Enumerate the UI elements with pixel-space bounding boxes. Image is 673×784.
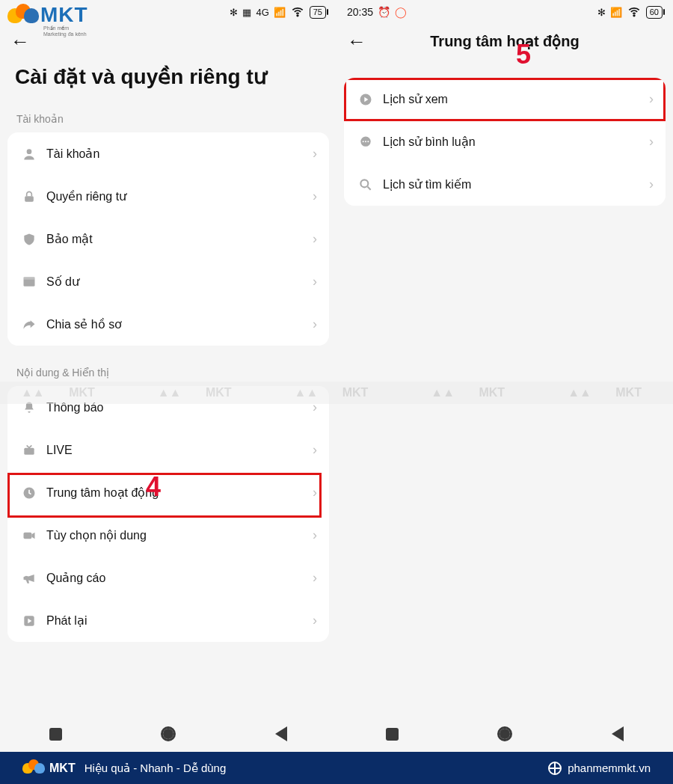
- video-icon: [19, 528, 39, 543]
- lock-icon: [19, 189, 39, 204]
- chevron-right-icon: ›: [313, 274, 317, 290]
- row-label: Trung tâm hoạt động: [39, 486, 313, 500]
- row-label: Tùy chọn nội dung: [39, 528, 313, 542]
- shield-icon: [19, 232, 39, 247]
- row-label: Lịch sử tìm kiếm: [375, 177, 649, 192]
- network-label: 4G: [256, 7, 268, 18]
- content-card: Thông báo › LIVE › Trung tâm hoạt động ›…: [7, 386, 329, 642]
- nav-back[interactable]: [275, 726, 287, 741]
- search-icon: [356, 177, 375, 192]
- bluetooth-icon: ✻: [230, 7, 238, 18]
- phone-right: 20:35 ⏰ ◯ ✻ 📶 60 ← Trung tâm hoạt động 5: [336, 0, 673, 752]
- chevron-right-icon: ›: [313, 613, 317, 628]
- chevron-right-icon: ›: [313, 146, 317, 162]
- chevron-right-icon: ›: [313, 231, 317, 247]
- svg-point-13: [365, 141, 366, 142]
- row-share-profile[interactable]: Chia sẻ hồ sơ ›: [7, 303, 329, 346]
- chevron-right-icon: ›: [313, 570, 317, 586]
- row-label: LIVE: [39, 444, 313, 457]
- row-label: Tài khoản: [39, 147, 313, 161]
- footer-bar: MKT Hiệu quả - Nhanh - Dễ dùng phanmemmk…: [0, 752, 673, 784]
- row-watch-history[interactable]: Lịch sử xem ›: [344, 78, 666, 120]
- signal-icon: 📶: [610, 7, 622, 18]
- annotation-step-5: 5: [516, 39, 531, 70]
- chevron-right-icon: ›: [313, 316, 317, 332]
- row-label: Bảo mật: [39, 232, 313, 246]
- row-live[interactable]: LIVE ›: [7, 429, 329, 471]
- row-label: Quyền riêng tư: [39, 189, 313, 203]
- nav-recent[interactable]: [386, 728, 399, 741]
- svg-point-15: [360, 180, 368, 187]
- signal-icon: 📶: [274, 7, 286, 18]
- row-replay[interactable]: Phát lại ›: [7, 599, 329, 642]
- comment-icon: [356, 135, 375, 150]
- section-header-account: Tài khoản: [0, 102, 336, 132]
- row-security[interactable]: Bảo mật ›: [7, 218, 329, 260]
- phone-left: ✻ ▦ 4G 📶 75 ← Cài đặt và quyền riêng tư …: [0, 0, 336, 752]
- nav-recent[interactable]: [49, 728, 62, 741]
- row-label: Lịch sử xem: [375, 92, 649, 106]
- bluetooth-icon: ✻: [597, 7, 606, 18]
- mkt-logo: MKT Phần mềm Marketing đa kênh: [7, 3, 88, 27]
- svg-point-0: [297, 15, 298, 16]
- clock-time: 20:35: [347, 6, 373, 18]
- row-activity-center[interactable]: Trung tâm hoạt động ›: [7, 471, 329, 514]
- row-label: Lịch sử bình luận: [375, 135, 649, 149]
- megaphone-icon: [19, 571, 39, 586]
- play-icon: [19, 613, 39, 628]
- footer-slogan: Hiệu quả - Nhanh - Dễ dùng: [84, 762, 227, 775]
- svg-rect-5: [24, 447, 34, 454]
- row-balance[interactable]: Số dư ›: [7, 260, 329, 303]
- footer-url: phanmemmkt.vn: [568, 762, 651, 774]
- nav-home[interactable]: [497, 726, 512, 741]
- chevron-right-icon: ›: [649, 91, 654, 107]
- row-label: Phát lại: [39, 613, 313, 628]
- row-account[interactable]: Tài khoản ›: [7, 132, 329, 175]
- row-search-history[interactable]: Lịch sử tìm kiếm ›: [344, 163, 666, 206]
- page-title: Cài đặt và quyền riêng tư: [0, 55, 336, 102]
- row-privacy[interactable]: Quyền riêng tư ›: [7, 175, 329, 218]
- history-card: Lịch sử xem › Lịch sử bình luận › Lịch s…: [344, 78, 666, 206]
- globe-icon: [548, 762, 562, 775]
- svg-point-9: [633, 15, 635, 16]
- svg-rect-4: [24, 277, 35, 279]
- alarm-icon: ⏰: [378, 6, 390, 18]
- wifi-icon: [290, 4, 305, 21]
- back-button[interactable]: ←: [10, 31, 30, 51]
- chevron-right-icon: ›: [649, 134, 654, 150]
- row-comment-history[interactable]: Lịch sử bình luận ›: [344, 120, 666, 163]
- wifi-icon: [627, 4, 642, 21]
- user-icon: [19, 147, 39, 162]
- android-nav-bar: [336, 716, 673, 752]
- share-icon: [19, 317, 39, 332]
- nav-back[interactable]: [612, 726, 624, 741]
- battery-indicator: 60: [646, 6, 663, 19]
- svg-rect-2: [25, 196, 34, 202]
- chevron-right-icon: ›: [313, 485, 317, 500]
- row-label: Chia sẻ hồ sơ: [39, 317, 313, 331]
- play-circle-icon: [356, 92, 375, 107]
- row-content-pref[interactable]: Tùy chọn nội dung ›: [7, 514, 329, 557]
- chevron-right-icon: ›: [313, 442, 317, 458]
- svg-point-14: [367, 141, 369, 142]
- clock-icon: [19, 486, 39, 500]
- annotation-step-4: 4: [146, 471, 161, 503]
- chevron-right-icon: ›: [313, 527, 317, 543]
- chevron-right-icon: ›: [313, 189, 317, 204]
- android-nav-bar: [0, 716, 336, 752]
- chevron-right-icon: ›: [649, 177, 654, 192]
- svg-point-12: [363, 141, 364, 142]
- status-bar: 20:35 ⏰ ◯ ✻ 📶 60: [336, 0, 673, 24]
- svg-rect-7: [24, 532, 32, 538]
- svg-point-1: [27, 149, 32, 154]
- row-ads[interactable]: Quảng cáo ›: [7, 557, 329, 599]
- footer-logo: MKT: [22, 759, 76, 777]
- row-label: Quảng cáo: [39, 571, 313, 585]
- battery-indicator: 75: [310, 6, 326, 19]
- record-dot-icon: ◯: [395, 6, 407, 18]
- row-label: Số dư: [39, 275, 313, 289]
- nav-home[interactable]: [161, 726, 176, 741]
- sim-icon: ▦: [242, 7, 251, 18]
- wallet-icon: [19, 275, 39, 290]
- screen-title: Trung tâm hoạt động: [336, 32, 673, 50]
